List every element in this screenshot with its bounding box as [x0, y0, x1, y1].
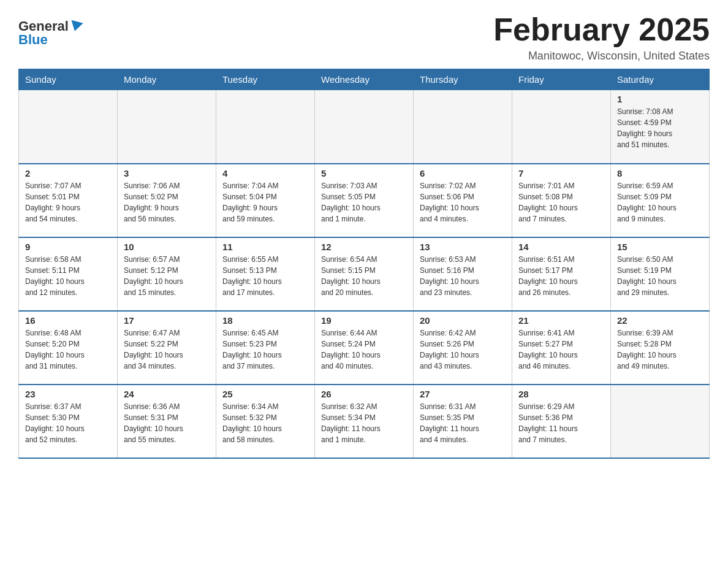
calendar-day-cell: 17Sunrise: 6:47 AMSunset: 5:22 PMDayligh…: [118, 311, 216, 385]
weekday-header: Tuesday: [216, 69, 315, 90]
day-number: 10: [124, 242, 210, 252]
day-number: 15: [617, 242, 703, 252]
day-info: Sunrise: 6:29 AMSunset: 5:36 PMDaylight:…: [518, 401, 604, 445]
day-number: 27: [420, 389, 506, 399]
day-number: 24: [124, 389, 210, 399]
calendar-header: SundayMondayTuesdayWednesdayThursdayFrid…: [19, 69, 710, 90]
day-info: Sunrise: 6:36 AMSunset: 5:31 PMDaylight:…: [124, 401, 210, 445]
calendar-day-cell: 11Sunrise: 6:55 AMSunset: 5:13 PMDayligh…: [216, 237, 315, 311]
day-number: 17: [124, 315, 210, 326]
day-number: 16: [25, 315, 111, 326]
calendar-week-row: 9Sunrise: 6:58 AMSunset: 5:11 PMDaylight…: [19, 237, 710, 311]
calendar-week-row: 23Sunrise: 6:37 AMSunset: 5:30 PMDayligh…: [19, 385, 710, 458]
calendar-day-cell: [19, 90, 118, 164]
day-info: Sunrise: 7:03 AMSunset: 5:05 PMDaylight:…: [321, 180, 407, 224]
calendar-day-cell: 25Sunrise: 6:34 AMSunset: 5:32 PMDayligh…: [216, 385, 315, 458]
day-info: Sunrise: 6:50 AMSunset: 5:19 PMDaylight:…: [617, 254, 703, 298]
calendar-day-cell: 10Sunrise: 6:57 AMSunset: 5:12 PMDayligh…: [118, 237, 216, 311]
calendar-day-cell: 4Sunrise: 7:04 AMSunset: 5:04 PMDaylight…: [216, 164, 315, 237]
calendar-day-cell: 9Sunrise: 6:58 AMSunset: 5:11 PMDaylight…: [19, 237, 118, 311]
calendar-week-row: 1Sunrise: 7:08 AMSunset: 4:59 PMDaylight…: [19, 90, 710, 164]
day-info: Sunrise: 6:31 AMSunset: 5:35 PMDaylight:…: [420, 401, 506, 445]
calendar-day-cell: [216, 90, 315, 164]
calendar-day-cell: 28Sunrise: 6:29 AMSunset: 5:36 PMDayligh…: [512, 385, 611, 458]
day-info: Sunrise: 7:04 AMSunset: 5:04 PMDaylight:…: [222, 180, 308, 224]
day-info: Sunrise: 6:41 AMSunset: 5:27 PMDaylight:…: [518, 327, 604, 372]
day-number: 9: [25, 242, 111, 252]
day-info: Sunrise: 6:34 AMSunset: 5:32 PMDaylight:…: [222, 401, 308, 445]
day-info: Sunrise: 7:07 AMSunset: 5:01 PMDaylight:…: [25, 180, 111, 224]
day-info: Sunrise: 7:08 AMSunset: 4:59 PMDaylight:…: [617, 106, 703, 150]
calendar-day-cell: [611, 385, 710, 458]
location-subtitle: Manitowoc, Wisconsin, United States: [493, 50, 710, 63]
day-info: Sunrise: 6:39 AMSunset: 5:28 PMDaylight:…: [617, 327, 703, 372]
calendar-day-cell: [414, 90, 512, 164]
day-info: Sunrise: 7:01 AMSunset: 5:08 PMDaylight:…: [518, 180, 604, 224]
day-number: 4: [222, 168, 308, 178]
day-number: 6: [420, 168, 506, 178]
calendar-body: 1Sunrise: 7:08 AMSunset: 4:59 PMDaylight…: [19, 90, 710, 458]
calendar-table: SundayMondayTuesdayWednesdayThursdayFrid…: [18, 69, 710, 459]
day-number: 5: [321, 168, 407, 178]
day-number: 23: [25, 389, 111, 399]
day-info: Sunrise: 6:48 AMSunset: 5:20 PMDaylight:…: [25, 327, 111, 372]
day-info: Sunrise: 6:44 AMSunset: 5:24 PMDaylight:…: [321, 327, 407, 372]
month-title: February 2025: [493, 12, 710, 47]
day-info: Sunrise: 6:57 AMSunset: 5:12 PMDaylight:…: [124, 254, 210, 298]
calendar-day-cell: 14Sunrise: 6:51 AMSunset: 5:17 PMDayligh…: [512, 237, 611, 311]
day-number: 11: [222, 242, 308, 252]
logo: General Blue: [18, 18, 83, 48]
calendar-day-cell: 26Sunrise: 6:32 AMSunset: 5:34 PMDayligh…: [315, 385, 414, 458]
weekday-header: Thursday: [414, 69, 512, 90]
day-number: 20: [420, 315, 506, 326]
day-number: 12: [321, 242, 407, 252]
calendar-day-cell: 1Sunrise: 7:08 AMSunset: 4:59 PMDaylight…: [611, 90, 710, 164]
day-info: Sunrise: 7:02 AMSunset: 5:06 PMDaylight:…: [420, 180, 506, 224]
day-number: 7: [518, 168, 604, 178]
calendar-day-cell: [512, 90, 611, 164]
calendar-day-cell: 13Sunrise: 6:53 AMSunset: 5:16 PMDayligh…: [414, 237, 512, 311]
weekday-header: Monday: [118, 69, 216, 90]
calendar-day-cell: 24Sunrise: 6:36 AMSunset: 5:31 PMDayligh…: [118, 385, 216, 458]
day-info: Sunrise: 6:55 AMSunset: 5:13 PMDaylight:…: [222, 254, 308, 298]
calendar-day-cell: [118, 90, 216, 164]
weekday-header: Saturday: [611, 69, 710, 90]
day-info: Sunrise: 6:37 AMSunset: 5:30 PMDaylight:…: [25, 401, 111, 445]
day-info: Sunrise: 6:58 AMSunset: 5:11 PMDaylight:…: [25, 254, 111, 298]
title-area: February 2025 Manitowoc, Wisconsin, Unit…: [493, 12, 710, 63]
calendar-day-cell: 22Sunrise: 6:39 AMSunset: 5:28 PMDayligh…: [611, 311, 710, 385]
calendar-day-cell: 12Sunrise: 6:54 AMSunset: 5:15 PMDayligh…: [315, 237, 414, 311]
calendar-day-cell: 8Sunrise: 6:59 AMSunset: 5:09 PMDaylight…: [611, 164, 710, 237]
day-number: 3: [124, 168, 210, 178]
calendar-day-cell: 19Sunrise: 6:44 AMSunset: 5:24 PMDayligh…: [315, 311, 414, 385]
day-info: Sunrise: 6:32 AMSunset: 5:34 PMDaylight:…: [321, 401, 407, 445]
calendar-day-cell: 20Sunrise: 6:42 AMSunset: 5:26 PMDayligh…: [414, 311, 512, 385]
page-header: General Blue February 2025 Manitowoc, Wi…: [18, 12, 710, 63]
calendar-week-row: 2Sunrise: 7:07 AMSunset: 5:01 PMDaylight…: [19, 164, 710, 237]
day-number: 2: [25, 168, 111, 178]
day-number: 25: [222, 389, 308, 399]
day-info: Sunrise: 6:59 AMSunset: 5:09 PMDaylight:…: [617, 180, 703, 224]
day-number: 22: [617, 315, 703, 326]
weekday-header: Wednesday: [315, 69, 414, 90]
weekday-header: Friday: [512, 69, 611, 90]
day-number: 21: [518, 315, 604, 326]
day-number: 28: [518, 389, 604, 399]
day-info: Sunrise: 6:42 AMSunset: 5:26 PMDaylight:…: [420, 327, 506, 372]
day-number: 14: [518, 242, 604, 252]
calendar-day-cell: 15Sunrise: 6:50 AMSunset: 5:19 PMDayligh…: [611, 237, 710, 311]
calendar-day-cell: 23Sunrise: 6:37 AMSunset: 5:30 PMDayligh…: [19, 385, 118, 458]
calendar-day-cell: [315, 90, 414, 164]
day-info: Sunrise: 6:47 AMSunset: 5:22 PMDaylight:…: [124, 327, 210, 372]
calendar-day-cell: 6Sunrise: 7:02 AMSunset: 5:06 PMDaylight…: [414, 164, 512, 237]
logo-blue-text: Blue: [18, 32, 48, 48]
calendar-day-cell: 18Sunrise: 6:45 AMSunset: 5:23 PMDayligh…: [216, 311, 315, 385]
day-number: 19: [321, 315, 407, 326]
calendar-day-cell: 27Sunrise: 6:31 AMSunset: 5:35 PMDayligh…: [414, 385, 512, 458]
calendar-day-cell: 21Sunrise: 6:41 AMSunset: 5:27 PMDayligh…: [512, 311, 611, 385]
day-info: Sunrise: 6:54 AMSunset: 5:15 PMDaylight:…: [321, 254, 407, 298]
logo-triangle-icon: [69, 20, 83, 33]
calendar-week-row: 16Sunrise: 6:48 AMSunset: 5:20 PMDayligh…: [19, 311, 710, 385]
day-info: Sunrise: 7:06 AMSunset: 5:02 PMDaylight:…: [124, 180, 210, 224]
calendar-day-cell: 7Sunrise: 7:01 AMSunset: 5:08 PMDaylight…: [512, 164, 611, 237]
